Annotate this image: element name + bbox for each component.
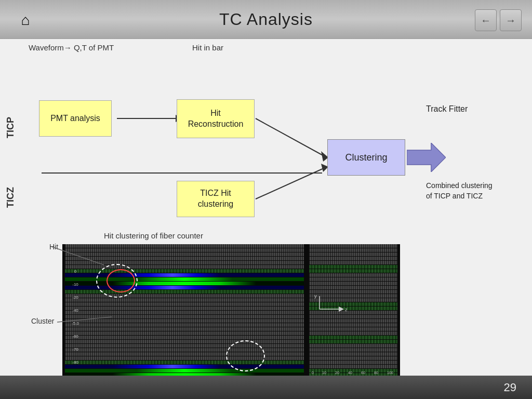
track-fitter-label: Track Fitter [426,104,468,114]
fiber-left-panel: 0 -10 -20 -40 -5.0 -60 -70 -80 [65,244,304,377]
svg-text:-20: -20 [72,295,78,300]
svg-text:0: 0 [312,371,314,375]
svg-text:-10: -10 [72,282,78,287]
fiber-image-area: 0 -10 -20 -40 -5.0 -60 -70 -80 [62,244,516,384]
waveform-label: Waveform→ Q,T of PMT [29,43,114,52]
ticz-label: TICZ [5,187,16,208]
forward-button[interactable]: → [500,9,522,31]
footer: 29 [0,376,532,399]
home-button[interactable]: ⌂ [15,9,36,31]
x-axis: 0 10 20 40 60 80 100 [309,366,397,377]
svg-text:y: y [314,294,317,299]
svg-text:z: z [345,307,348,312]
z-axis-indicator: z y [312,294,358,325]
svg-text:10: 10 [322,371,326,375]
svg-text:0: 0 [74,269,77,274]
main-content: Waveform→ Q,T of PMT Hit in bar TICP TIC… [0,39,532,376]
svg-marker-17 [339,307,344,312]
svg-text:-80: -80 [72,360,78,365]
fiber-visualization: 0 -10 -20 -40 -5.0 -60 -70 -80 [62,244,400,377]
header-bar: ⌂ TC Analysis ← → [0,0,532,39]
svg-text:80: 80 [374,371,378,375]
hit-pointer-label: Hit [49,243,58,251]
hit-reconstruction-box: Hit Reconstruction [177,99,255,138]
hit-in-bar-label: Hit in bar [192,43,223,52]
big-arrow [407,143,446,172]
svg-text:20: 20 [335,371,339,375]
page-title: TC Analysis [219,10,313,29]
red-circle-top [107,269,135,292]
svg-text:60: 60 [361,371,365,375]
back-button[interactable]: ← [475,9,497,31]
svg-text:-70: -70 [72,347,78,352]
svg-text:-5.0: -5.0 [72,321,79,326]
ticp-label: TICP [5,117,16,138]
svg-text:100: 100 [387,371,393,375]
circle-overlay-bottom [226,340,265,371]
svg-text:-40: -40 [72,308,78,313]
ticz-hit-clustering-box: TICZ Hit clustering [177,181,255,217]
clustering-box: Clustering [327,139,405,176]
y-axis: 0 -10 -20 -40 -5.0 -60 -70 -80 [65,244,91,377]
page-number: 29 [504,381,516,394]
hit-clustering-label: Hit clustering of fiber counter [104,231,203,240]
cluster-pointer-label: Cluster [31,317,54,325]
nav-buttons: ← → [475,9,522,31]
diagram-area: PMT analysis Hit Reconstruction TICZ Hit… [16,85,522,251]
svg-line-3 [256,118,325,156]
svg-text:40: 40 [348,371,352,375]
combined-clustering-label: Combined clustering of TICP and TICZ [426,181,493,201]
svg-text:-60: -60 [72,334,78,339]
pmt-analysis-box: PMT analysis [39,100,112,137]
fiber-right-panel: z y 0 10 20 40 60 80 100 [309,244,397,377]
svg-marker-7 [407,143,446,172]
